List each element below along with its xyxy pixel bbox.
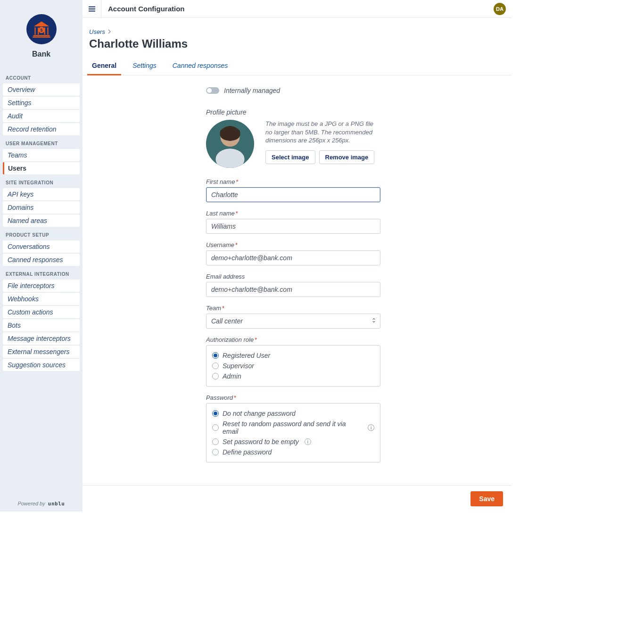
user-form: Internally managed Profile picture The i… bbox=[206, 87, 380, 462]
first-name-input[interactable] bbox=[206, 187, 380, 202]
footer: Save bbox=[83, 485, 512, 512]
tab-settings[interactable]: Settings bbox=[132, 57, 157, 75]
nav-group-label: ACCOUNT bbox=[3, 71, 80, 83]
sidebar-item-canned-responses[interactable]: Canned responses bbox=[3, 254, 80, 266]
chevron-right-icon bbox=[107, 28, 112, 35]
radio-icon[interactable] bbox=[212, 352, 219, 359]
powered-by: Powered by unblu bbox=[0, 501, 83, 507]
remove-image-button[interactable]: Remove image bbox=[319, 150, 375, 164]
auth-role-option[interactable]: Admin bbox=[212, 371, 374, 381]
team-select[interactable]: Call center bbox=[206, 314, 380, 329]
password-option[interactable]: Set password to be emptyi bbox=[212, 437, 374, 447]
save-button[interactable]: Save bbox=[471, 491, 503, 506]
sidebar-item-bots[interactable]: Bots bbox=[3, 319, 80, 331]
password-option-label: Reset to random password and send it via… bbox=[223, 420, 362, 435]
radio-icon[interactable] bbox=[212, 410, 219, 417]
auth-role-label: Authorization role* bbox=[206, 336, 380, 343]
menu-toggle[interactable] bbox=[83, 0, 101, 18]
main: Users Charlotte Williams GeneralSettings… bbox=[83, 18, 512, 485]
info-icon[interactable]: i bbox=[305, 438, 311, 445]
internally-managed-toggle[interactable] bbox=[206, 87, 219, 94]
radio-icon[interactable] bbox=[212, 373, 219, 380]
nav-group-label: SITE INTEGRATION bbox=[3, 175, 80, 187]
last-name-label: Last name* bbox=[206, 210, 380, 217]
auth-role-option[interactable]: Registered User bbox=[212, 350, 374, 361]
sidebar: $ Bank ACCOUNTOverviewSettingsAuditRecor… bbox=[0, 0, 83, 512]
nav-group-label: PRODUCT SETUP bbox=[3, 228, 80, 239]
auth-role-option-label: Admin bbox=[223, 372, 241, 380]
sidebar-item-suggestion-sources[interactable]: Suggestion sources bbox=[3, 359, 80, 371]
tab-canned-responses[interactable]: Canned responses bbox=[172, 57, 229, 75]
tabs: GeneralSettingsCanned responses bbox=[83, 57, 512, 75]
auth-role-option-label: Registered User bbox=[223, 352, 270, 359]
auth-role-option-label: Supervisor bbox=[223, 362, 254, 370]
sidebar-item-api-keys[interactable]: API keys bbox=[3, 188, 80, 200]
password-group: Do not change passwordReset to random pa… bbox=[206, 403, 380, 462]
sidebar-item-named-areas[interactable]: Named areas bbox=[3, 215, 80, 227]
email-label: Email address bbox=[206, 273, 380, 280]
nav-group-label: USER MANAGEMENT bbox=[3, 136, 80, 148]
sidebar-item-webhooks[interactable]: Webhooks bbox=[3, 293, 80, 305]
nav: ACCOUNTOverviewSettingsAuditRecord reten… bbox=[3, 71, 80, 371]
password-label: Password* bbox=[206, 394, 380, 401]
radio-icon[interactable] bbox=[212, 449, 219, 455]
bank-icon: $ bbox=[30, 18, 53, 41]
svg-text:$: $ bbox=[40, 28, 42, 33]
header-title: Account Configuration bbox=[108, 5, 184, 13]
info-icon[interactable]: i bbox=[368, 424, 374, 431]
sidebar-item-external-messengers[interactable]: External messengers bbox=[3, 346, 80, 358]
brand: $ Bank bbox=[3, 14, 80, 58]
sidebar-item-message-interceptors[interactable]: Message interceptors bbox=[3, 332, 80, 345]
sidebar-item-teams[interactable]: Teams bbox=[3, 149, 80, 161]
profile-picture bbox=[206, 120, 254, 168]
profile-picture-heading: Profile picture bbox=[206, 108, 380, 116]
brand-logo: $ bbox=[26, 14, 57, 44]
password-option[interactable]: Define password bbox=[212, 447, 374, 457]
radio-icon[interactable] bbox=[212, 438, 219, 445]
password-option-label: Define password bbox=[223, 448, 272, 456]
sidebar-item-audit[interactable]: Audit bbox=[3, 110, 80, 122]
breadcrumb: Users bbox=[89, 28, 505, 35]
last-name-input[interactable] bbox=[206, 219, 380, 234]
sidebar-item-file-interceptors[interactable]: File interceptors bbox=[3, 280, 80, 292]
sidebar-item-users[interactable]: Users bbox=[3, 162, 80, 174]
nav-group-label: EXTERNAL INTEGRATION bbox=[3, 267, 80, 279]
page-title: Charlotte Williams bbox=[89, 37, 505, 50]
username-label: Username* bbox=[206, 241, 380, 248]
auth-role-group: Registered UserSupervisorAdmin bbox=[206, 345, 380, 387]
tab-general[interactable]: General bbox=[91, 57, 117, 75]
sidebar-item-conversations[interactable]: Conversations bbox=[3, 240, 80, 253]
password-option[interactable]: Do not change password bbox=[212, 408, 374, 419]
password-option-label: Set password to be empty bbox=[223, 438, 299, 446]
password-option[interactable]: Reset to random password and send it via… bbox=[212, 419, 374, 437]
radio-icon[interactable] bbox=[212, 424, 219, 431]
sidebar-item-record-retention[interactable]: Record retention bbox=[3, 123, 80, 135]
username-input[interactable] bbox=[206, 250, 380, 265]
breadcrumb-users-link[interactable]: Users bbox=[89, 28, 105, 35]
brand-name: Bank bbox=[32, 50, 50, 58]
sidebar-item-domains[interactable]: Domains bbox=[3, 201, 80, 214]
sidebar-item-overview[interactable]: Overview bbox=[3, 83, 80, 96]
header: Account Configuration DA bbox=[83, 0, 512, 18]
first-name-label: First name* bbox=[206, 178, 380, 185]
sidebar-item-custom-actions[interactable]: Custom actions bbox=[3, 306, 80, 318]
password-option-label: Do not change password bbox=[223, 410, 296, 417]
profile-picture-hint: The image must be a JPG or a PNG file no… bbox=[265, 120, 380, 145]
sidebar-item-settings[interactable]: Settings bbox=[3, 97, 80, 109]
team-label: Team* bbox=[206, 305, 380, 312]
hamburger-icon bbox=[88, 5, 96, 13]
email-input[interactable] bbox=[206, 282, 380, 297]
auth-role-option[interactable]: Supervisor bbox=[212, 361, 374, 371]
internally-managed-label: Internally managed bbox=[224, 87, 280, 94]
select-image-button[interactable]: Select image bbox=[265, 150, 315, 164]
current-user-avatar[interactable]: DA bbox=[494, 3, 506, 15]
radio-icon[interactable] bbox=[212, 363, 219, 369]
internally-managed-row: Internally managed bbox=[206, 87, 380, 94]
svg-marker-0 bbox=[33, 22, 49, 27]
